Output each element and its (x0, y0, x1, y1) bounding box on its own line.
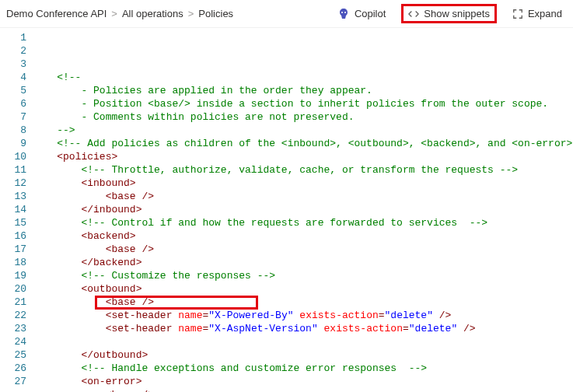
copilot-label: Copilot (355, 8, 386, 19)
line-number: 25 (3, 348, 26, 362)
expand-icon (512, 9, 523, 19)
code-line[interactable]: <!-- Add policies as children of the <in… (33, 137, 573, 150)
copilot-icon (337, 8, 350, 20)
line-number: 15 (3, 216, 26, 229)
toolbar-actions: Copilot Show snippets Expand (333, 4, 567, 23)
code-line[interactable]: <base /> (33, 296, 573, 309)
code-line[interactable]: </backend> (33, 256, 573, 269)
code-line[interactable]: - Policies are applied in the order they… (33, 84, 573, 97)
toolbar: Demo Conference API > All operations > P… (0, 0, 573, 28)
expand-button[interactable]: Expand (508, 5, 567, 23)
line-number: 10 (3, 150, 26, 163)
chevron-right-icon: > (111, 8, 117, 19)
line-number: 21 (3, 296, 26, 309)
code-line[interactable]: </inbound> (33, 203, 573, 216)
code-area[interactable]: <!-- - Policies are applied in the order… (33, 28, 573, 392)
line-number: 14 (3, 203, 26, 216)
show-snippets-button[interactable]: Show snippets (401, 4, 497, 23)
breadcrumb-item[interactable]: Demo Conference API (6, 8, 107, 19)
code-line[interactable]: <!-- Customize the responses --> (33, 269, 573, 282)
code-line[interactable]: <base /> (33, 190, 573, 203)
line-number: 1 (3, 31, 26, 44)
code-line[interactable]: - Position <base/> inside a section to i… (33, 97, 573, 110)
line-number: 5 (3, 84, 26, 97)
breadcrumb: Demo Conference API > All operations > P… (6, 8, 333, 19)
line-number: 24 (3, 335, 26, 348)
code-line[interactable]: <inbound> (33, 177, 573, 190)
breadcrumb-item[interactable]: Policies (198, 8, 233, 19)
copilot-button[interactable]: Copilot (333, 5, 390, 23)
line-number: 22 (3, 309, 26, 322)
code-line[interactable]: <!-- Throttle, authorize, validate, cach… (33, 163, 573, 177)
line-number: 4 (3, 71, 26, 84)
code-line[interactable]: <backend> (33, 229, 573, 243)
code-line[interactable]: --> (33, 124, 573, 137)
line-number: 13 (3, 190, 26, 203)
code-line[interactable]: </outbound> (33, 348, 573, 362)
code-line[interactable]: <!-- Handle exceptions and customize err… (33, 362, 573, 375)
line-number: 26 (3, 362, 26, 375)
line-number: 12 (3, 177, 26, 190)
expand-label: Expand (528, 8, 562, 19)
code-icon (408, 9, 419, 19)
line-number: 7 (3, 110, 26, 124)
svg-point-0 (341, 12, 343, 13)
code-line[interactable] (33, 335, 573, 348)
code-line[interactable]: <outbound> (33, 282, 573, 296)
code-line[interactable]: <policies> (33, 150, 573, 163)
svg-point-1 (344, 12, 346, 13)
code-line[interactable]: <!-- Control if and how the requests are… (33, 216, 573, 229)
line-number: 20 (3, 282, 26, 296)
code-line[interactable]: <set-header name="X-AspNet-Version" exis… (33, 322, 573, 335)
code-line[interactable]: - Comments within policies are not prese… (33, 110, 573, 124)
chevron-right-icon: > (188, 8, 194, 19)
code-line[interactable]: <base /> (33, 388, 573, 392)
line-number: 9 (3, 137, 26, 150)
show-snippets-label: Show snippets (424, 8, 490, 19)
line-number: 2 (3, 44, 26, 58)
line-number: 17 (3, 243, 26, 256)
line-number: 23 (3, 322, 26, 335)
line-number-gutter: 1234567891011121314151617181920212223242… (0, 28, 33, 392)
line-number: 3 (3, 58, 26, 71)
code-line[interactable]: <base /> (33, 243, 573, 256)
code-line[interactable]: <!-- (33, 71, 573, 84)
code-line[interactable]: <on-error> (33, 375, 573, 388)
line-number: 16 (3, 229, 26, 243)
code-editor[interactable]: 1234567891011121314151617181920212223242… (0, 28, 573, 392)
line-number: 8 (3, 124, 26, 137)
line-number: 6 (3, 97, 26, 110)
line-number: 11 (3, 163, 26, 177)
breadcrumb-item[interactable]: All operations (122, 8, 183, 19)
line-number: 27 (3, 375, 26, 388)
line-number: 19 (3, 269, 26, 282)
code-line[interactable]: <set-header name="X-Powered-By" exists-a… (33, 309, 573, 322)
line-number: 18 (3, 256, 26, 269)
